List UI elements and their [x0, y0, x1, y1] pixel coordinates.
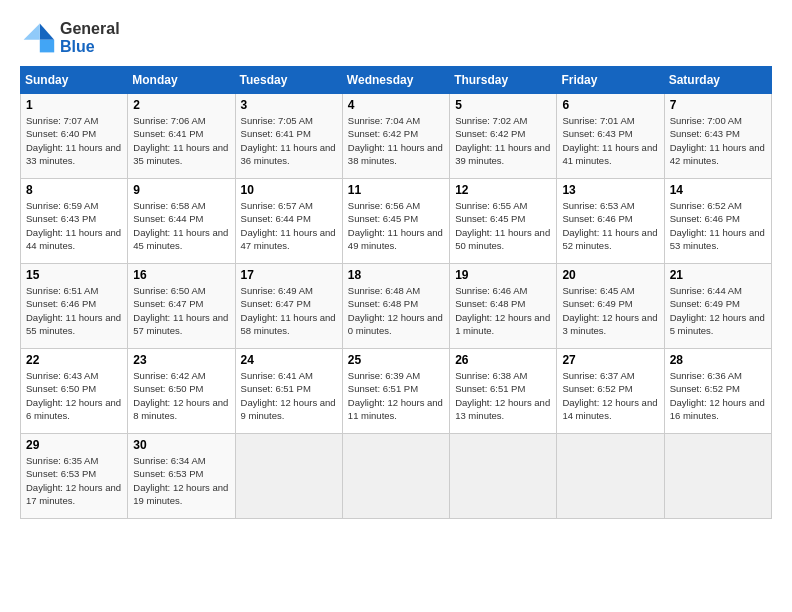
calendar-cell — [664, 434, 771, 519]
day-number: 22 — [26, 353, 122, 367]
calendar-week-4: 22 Sunrise: 6:43 AMSunset: 6:50 PMDaylig… — [21, 349, 772, 434]
svg-marker-1 — [40, 40, 54, 53]
calendar-cell: 2 Sunrise: 7:06 AMSunset: 6:41 PMDayligh… — [128, 94, 235, 179]
weekday-header-thursday: Thursday — [450, 67, 557, 94]
calendar-cell: 21 Sunrise: 6:44 AMSunset: 6:49 PMDaylig… — [664, 264, 771, 349]
day-info: Sunrise: 7:04 AMSunset: 6:42 PMDaylight:… — [348, 114, 444, 167]
calendar-cell: 13 Sunrise: 6:53 AMSunset: 6:46 PMDaylig… — [557, 179, 664, 264]
day-number: 20 — [562, 268, 658, 282]
weekday-header-saturday: Saturday — [664, 67, 771, 94]
calendar-cell — [235, 434, 342, 519]
day-info: Sunrise: 6:45 AMSunset: 6:49 PMDaylight:… — [562, 284, 658, 337]
calendar-cell: 8 Sunrise: 6:59 AMSunset: 6:43 PMDayligh… — [21, 179, 128, 264]
day-number: 25 — [348, 353, 444, 367]
day-info: Sunrise: 6:41 AMSunset: 6:51 PMDaylight:… — [241, 369, 337, 422]
logo: General Blue — [20, 20, 120, 56]
day-info: Sunrise: 6:37 AMSunset: 6:52 PMDaylight:… — [562, 369, 658, 422]
calendar-week-1: 1 Sunrise: 7:07 AMSunset: 6:40 PMDayligh… — [21, 94, 772, 179]
calendar-cell: 22 Sunrise: 6:43 AMSunset: 6:50 PMDaylig… — [21, 349, 128, 434]
calendar-cell: 20 Sunrise: 6:45 AMSunset: 6:49 PMDaylig… — [557, 264, 664, 349]
day-number: 21 — [670, 268, 766, 282]
calendar-cell: 3 Sunrise: 7:05 AMSunset: 6:41 PMDayligh… — [235, 94, 342, 179]
calendar-cell: 17 Sunrise: 6:49 AMSunset: 6:47 PMDaylig… — [235, 264, 342, 349]
day-info: Sunrise: 6:56 AMSunset: 6:45 PMDaylight:… — [348, 199, 444, 252]
day-info: Sunrise: 6:58 AMSunset: 6:44 PMDaylight:… — [133, 199, 229, 252]
day-number: 6 — [562, 98, 658, 112]
day-number: 10 — [241, 183, 337, 197]
day-number: 19 — [455, 268, 551, 282]
weekday-header-sunday: Sunday — [21, 67, 128, 94]
calendar-cell: 27 Sunrise: 6:37 AMSunset: 6:52 PMDaylig… — [557, 349, 664, 434]
calendar-cell — [450, 434, 557, 519]
day-number: 29 — [26, 438, 122, 452]
calendar-cell: 4 Sunrise: 7:04 AMSunset: 6:42 PMDayligh… — [342, 94, 449, 179]
day-info: Sunrise: 6:42 AMSunset: 6:50 PMDaylight:… — [133, 369, 229, 422]
day-info: Sunrise: 7:06 AMSunset: 6:41 PMDaylight:… — [133, 114, 229, 167]
day-info: Sunrise: 6:55 AMSunset: 6:45 PMDaylight:… — [455, 199, 551, 252]
day-info: Sunrise: 7:02 AMSunset: 6:42 PMDaylight:… — [455, 114, 551, 167]
day-number: 2 — [133, 98, 229, 112]
day-info: Sunrise: 6:50 AMSunset: 6:47 PMDaylight:… — [133, 284, 229, 337]
svg-marker-0 — [40, 24, 54, 40]
day-info: Sunrise: 7:05 AMSunset: 6:41 PMDaylight:… — [241, 114, 337, 167]
day-info: Sunrise: 6:39 AMSunset: 6:51 PMDaylight:… — [348, 369, 444, 422]
day-number: 30 — [133, 438, 229, 452]
day-number: 17 — [241, 268, 337, 282]
calendar-cell: 24 Sunrise: 6:41 AMSunset: 6:51 PMDaylig… — [235, 349, 342, 434]
calendar-cell: 14 Sunrise: 6:52 AMSunset: 6:46 PMDaylig… — [664, 179, 771, 264]
day-info: Sunrise: 7:01 AMSunset: 6:43 PMDaylight:… — [562, 114, 658, 167]
calendar-cell: 29 Sunrise: 6:35 AMSunset: 6:53 PMDaylig… — [21, 434, 128, 519]
day-number: 9 — [133, 183, 229, 197]
header: General Blue — [20, 20, 772, 56]
calendar-table: SundayMondayTuesdayWednesdayThursdayFrid… — [20, 66, 772, 519]
calendar-week-5: 29 Sunrise: 6:35 AMSunset: 6:53 PMDaylig… — [21, 434, 772, 519]
weekday-header-friday: Friday — [557, 67, 664, 94]
calendar-cell: 7 Sunrise: 7:00 AMSunset: 6:43 PMDayligh… — [664, 94, 771, 179]
day-number: 3 — [241, 98, 337, 112]
calendar-cell — [557, 434, 664, 519]
weekday-header-monday: Monday — [128, 67, 235, 94]
logo-text: General Blue — [60, 20, 120, 56]
day-info: Sunrise: 6:57 AMSunset: 6:44 PMDaylight:… — [241, 199, 337, 252]
day-info: Sunrise: 6:51 AMSunset: 6:46 PMDaylight:… — [26, 284, 122, 337]
day-number: 15 — [26, 268, 122, 282]
day-info: Sunrise: 6:59 AMSunset: 6:43 PMDaylight:… — [26, 199, 122, 252]
weekday-header-row: SundayMondayTuesdayWednesdayThursdayFrid… — [21, 67, 772, 94]
day-number: 12 — [455, 183, 551, 197]
calendar-cell: 25 Sunrise: 6:39 AMSunset: 6:51 PMDaylig… — [342, 349, 449, 434]
day-info: Sunrise: 6:35 AMSunset: 6:53 PMDaylight:… — [26, 454, 122, 507]
calendar-cell: 19 Sunrise: 6:46 AMSunset: 6:48 PMDaylig… — [450, 264, 557, 349]
day-number: 28 — [670, 353, 766, 367]
day-info: Sunrise: 6:44 AMSunset: 6:49 PMDaylight:… — [670, 284, 766, 337]
page-container: General Blue SundayMondayTuesdayWednesda… — [20, 20, 772, 519]
calendar-cell: 6 Sunrise: 7:01 AMSunset: 6:43 PMDayligh… — [557, 94, 664, 179]
weekday-header-wednesday: Wednesday — [342, 67, 449, 94]
day-info: Sunrise: 6:34 AMSunset: 6:53 PMDaylight:… — [133, 454, 229, 507]
calendar-cell: 28 Sunrise: 6:36 AMSunset: 6:52 PMDaylig… — [664, 349, 771, 434]
day-number: 11 — [348, 183, 444, 197]
day-info: Sunrise: 7:07 AMSunset: 6:40 PMDaylight:… — [26, 114, 122, 167]
calendar-cell: 11 Sunrise: 6:56 AMSunset: 6:45 PMDaylig… — [342, 179, 449, 264]
calendar-cell: 23 Sunrise: 6:42 AMSunset: 6:50 PMDaylig… — [128, 349, 235, 434]
day-info: Sunrise: 6:36 AMSunset: 6:52 PMDaylight:… — [670, 369, 766, 422]
day-info: Sunrise: 7:00 AMSunset: 6:43 PMDaylight:… — [670, 114, 766, 167]
day-info: Sunrise: 6:48 AMSunset: 6:48 PMDaylight:… — [348, 284, 444, 337]
calendar-cell: 1 Sunrise: 7:07 AMSunset: 6:40 PMDayligh… — [21, 94, 128, 179]
day-info: Sunrise: 6:46 AMSunset: 6:48 PMDaylight:… — [455, 284, 551, 337]
calendar-week-3: 15 Sunrise: 6:51 AMSunset: 6:46 PMDaylig… — [21, 264, 772, 349]
day-number: 27 — [562, 353, 658, 367]
calendar-week-2: 8 Sunrise: 6:59 AMSunset: 6:43 PMDayligh… — [21, 179, 772, 264]
day-info: Sunrise: 6:53 AMSunset: 6:46 PMDaylight:… — [562, 199, 658, 252]
day-info: Sunrise: 6:43 AMSunset: 6:50 PMDaylight:… — [26, 369, 122, 422]
calendar-cell: 15 Sunrise: 6:51 AMSunset: 6:46 PMDaylig… — [21, 264, 128, 349]
day-number: 13 — [562, 183, 658, 197]
day-info: Sunrise: 6:49 AMSunset: 6:47 PMDaylight:… — [241, 284, 337, 337]
calendar-cell: 12 Sunrise: 6:55 AMSunset: 6:45 PMDaylig… — [450, 179, 557, 264]
calendar-cell: 16 Sunrise: 6:50 AMSunset: 6:47 PMDaylig… — [128, 264, 235, 349]
day-number: 4 — [348, 98, 444, 112]
day-number: 24 — [241, 353, 337, 367]
day-number: 8 — [26, 183, 122, 197]
calendar-cell: 9 Sunrise: 6:58 AMSunset: 6:44 PMDayligh… — [128, 179, 235, 264]
day-info: Sunrise: 6:38 AMSunset: 6:51 PMDaylight:… — [455, 369, 551, 422]
calendar-cell: 30 Sunrise: 6:34 AMSunset: 6:53 PMDaylig… — [128, 434, 235, 519]
